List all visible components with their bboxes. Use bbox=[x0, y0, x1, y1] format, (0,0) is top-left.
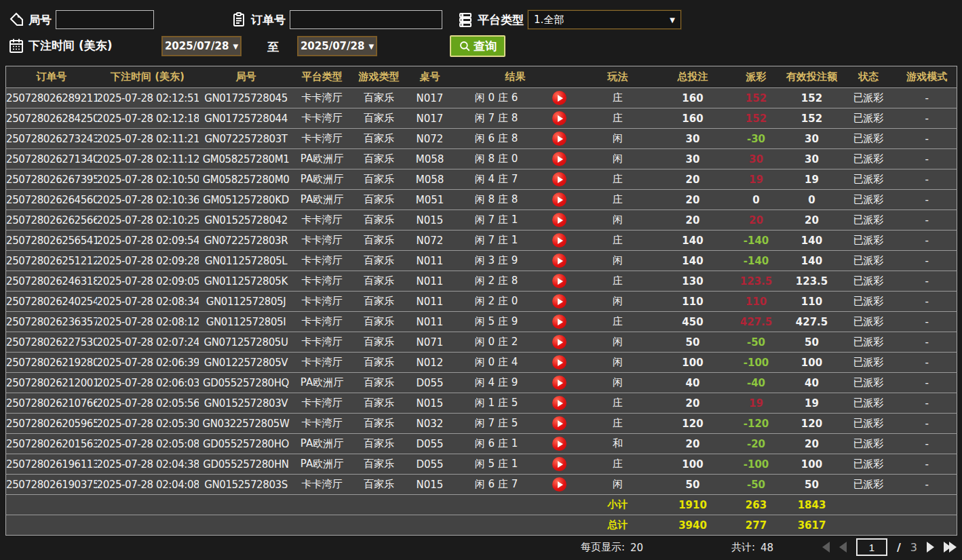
cell-platform: 卡卡湾厅 bbox=[294, 292, 351, 312]
cell-status: 已派彩 bbox=[840, 271, 898, 292]
grand-total-row-value: 3940 bbox=[657, 515, 729, 536]
date-from-select[interactable]: 2025/07/28 ▼ bbox=[161, 36, 242, 56]
cell-order: 250728026256541 bbox=[6, 231, 97, 251]
cell-status: 已派彩 bbox=[840, 231, 898, 251]
play-video-button[interactable] bbox=[552, 193, 566, 207]
cell-valid: 123.5 bbox=[784, 271, 840, 292]
empty-cell bbox=[453, 495, 541, 515]
play-video-button[interactable] bbox=[552, 355, 566, 369]
cell-result: 闲 3 庄 9 bbox=[453, 251, 541, 271]
prev-page-button[interactable] bbox=[839, 542, 847, 553]
cell-game: 百家乐 bbox=[351, 88, 408, 108]
play-video-button[interactable] bbox=[552, 274, 566, 288]
col-header-result: 结果 bbox=[453, 66, 579, 88]
cell-round: GN01525728042 bbox=[199, 210, 294, 231]
cell-play bbox=[541, 190, 579, 210]
cell-payout: 19 bbox=[729, 393, 784, 414]
play-video-button[interactable] bbox=[552, 416, 566, 431]
cell-game: 百家乐 bbox=[351, 434, 408, 454]
cell-valid: 50 bbox=[784, 332, 840, 353]
page-number-input[interactable] bbox=[856, 538, 887, 556]
order-input[interactable] bbox=[290, 10, 442, 29]
cell-mode: - bbox=[898, 393, 957, 414]
subtotal-row-value: 1910 bbox=[657, 495, 729, 515]
cell-table_no: N011 bbox=[408, 251, 453, 271]
table-row: 2507280262192802025-07-28 02:06:39GN0122… bbox=[6, 353, 957, 373]
query-button[interactable]: 查询 bbox=[450, 35, 505, 57]
play-video-button[interactable] bbox=[552, 294, 566, 308]
cell-valid: 152 bbox=[784, 108, 840, 129]
play-video-button[interactable] bbox=[552, 111, 566, 125]
table-row: 2507280262463182025-07-28 02:09:05GN0112… bbox=[6, 271, 957, 292]
cell-game: 百家乐 bbox=[351, 108, 408, 129]
cell-mode: - bbox=[898, 332, 957, 353]
cell-table_no: N071 bbox=[408, 332, 453, 353]
cell-status: 已派彩 bbox=[840, 475, 898, 495]
cell-valid: 20 bbox=[784, 434, 840, 454]
cell-valid: 19 bbox=[784, 169, 840, 190]
play-video-button[interactable] bbox=[552, 315, 566, 329]
empty-cell bbox=[541, 515, 579, 536]
cell-total: 140 bbox=[657, 231, 729, 251]
cell-result: 闲 6 庄 1 bbox=[453, 434, 541, 454]
cell-time: 2025-07-28 02:10:36 bbox=[97, 190, 199, 210]
play-video-button[interactable] bbox=[552, 335, 566, 349]
play-video-button[interactable] bbox=[552, 132, 566, 146]
cell-result: 闲 7 庄 5 bbox=[453, 414, 541, 434]
play-video-button[interactable] bbox=[552, 396, 566, 410]
cell-game: 百家乐 bbox=[351, 210, 408, 231]
play-video-button[interactable] bbox=[552, 254, 566, 268]
cell-valid: 20 bbox=[784, 210, 840, 231]
cell-table_no: N011 bbox=[408, 292, 453, 312]
cell-platform: PA欧洲厅 bbox=[294, 454, 351, 475]
play-video-button[interactable] bbox=[552, 213, 566, 227]
cell-mode: - bbox=[898, 475, 957, 495]
next-page-button[interactable] bbox=[927, 542, 934, 553]
play-video-button[interactable] bbox=[552, 376, 566, 390]
first-page-button[interactable] bbox=[822, 542, 830, 553]
cell-valid: 140 bbox=[784, 251, 840, 271]
cell-time: 2025-07-28 02:08:12 bbox=[97, 312, 199, 332]
platform-filter-label: 平台类型 bbox=[478, 12, 524, 28]
grand-total-row-value: 3617 bbox=[784, 515, 840, 536]
cell-table_no: D055 bbox=[408, 373, 453, 393]
cell-valid: 100 bbox=[784, 454, 840, 475]
per-page-label: 每页显示: bbox=[581, 541, 625, 554]
cell-game: 百家乐 bbox=[351, 129, 408, 149]
last-page-button[interactable] bbox=[944, 542, 957, 553]
play-video-button[interactable] bbox=[552, 233, 566, 247]
query-button-label: 查询 bbox=[474, 39, 497, 54]
round-input[interactable] bbox=[56, 10, 154, 29]
col-header-total: 总投注 bbox=[657, 66, 729, 88]
cell-bet: 闲 bbox=[579, 149, 657, 169]
cell-valid: 140 bbox=[784, 231, 840, 251]
date-to-select[interactable]: 2025/07/28 ▼ bbox=[297, 36, 377, 56]
empty-cell bbox=[840, 495, 898, 515]
cell-total: 30 bbox=[657, 129, 729, 149]
cell-result: 闲 4 庄 7 bbox=[453, 169, 541, 190]
play-video-button[interactable] bbox=[552, 477, 566, 492]
play-video-button[interactable] bbox=[552, 91, 566, 105]
play-video-button[interactable] bbox=[552, 152, 566, 166]
cell-time: 2025-07-28 02:12:18 bbox=[97, 108, 199, 129]
play-video-button[interactable] bbox=[552, 457, 566, 471]
cell-round: GD055257280HO bbox=[199, 434, 294, 454]
cell-total: 450 bbox=[657, 312, 729, 332]
col-header-order: 订单号 bbox=[6, 66, 97, 88]
cell-table_no: N072 bbox=[408, 129, 453, 149]
cell-payout: -30 bbox=[729, 129, 784, 149]
cell-round: GN0112572805L bbox=[199, 251, 294, 271]
cell-game: 百家乐 bbox=[351, 271, 408, 292]
cell-valid: 152 bbox=[784, 88, 840, 108]
empty-cell bbox=[97, 495, 199, 515]
cell-order: 250728026205965 bbox=[6, 414, 97, 434]
order-filter-label: 订单号 bbox=[251, 12, 286, 28]
cell-valid: 427.5 bbox=[784, 312, 840, 332]
cell-play bbox=[541, 271, 579, 292]
play-video-button[interactable] bbox=[552, 172, 566, 186]
cell-status: 已派彩 bbox=[840, 210, 898, 231]
cell-total: 20 bbox=[657, 169, 729, 190]
play-video-button[interactable] bbox=[552, 437, 566, 451]
cell-platform: PA欧洲厅 bbox=[294, 169, 351, 190]
platform-select[interactable]: 1.全部 ▼ bbox=[528, 10, 681, 29]
